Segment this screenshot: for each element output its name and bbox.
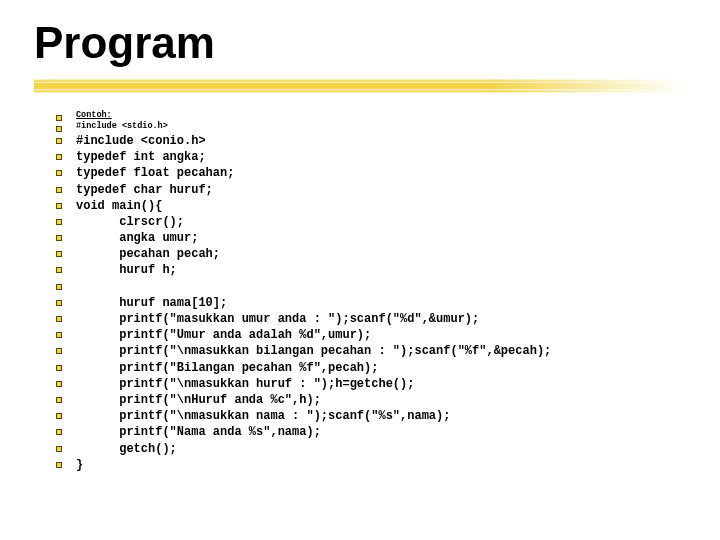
slide: Program Contoh:#include <stdio.h>#includ… <box>0 0 720 540</box>
code-line: printf("Bilangan pecahan %f",pecah); <box>56 360 686 376</box>
code-line: printf("\nmasukkan bilangan pecahan : ")… <box>56 343 686 359</box>
code-line: } <box>56 457 686 473</box>
code-line: getch(); <box>56 441 686 457</box>
code-line: typedef int angka; <box>56 149 686 165</box>
code-line: printf("\nmasukkan nama : ");scanf("%s",… <box>56 408 686 424</box>
code-line: pecahan pecah; <box>56 246 686 262</box>
code-line: Contoh: <box>56 110 686 121</box>
code-line: #include <conio.h> <box>56 133 686 149</box>
code-line: angka umur; <box>56 230 686 246</box>
code-line: typedef float pecahan; <box>56 165 686 181</box>
code-line: huruf h; <box>56 262 686 278</box>
code-line <box>56 279 686 295</box>
code-line: huruf nama[10]; <box>56 295 686 311</box>
code-line: void main(){ <box>56 198 686 214</box>
code-line: printf("\nmasukkan huruf : ");h=getche()… <box>56 376 686 392</box>
title-divider <box>34 74 686 98</box>
code-line: #include <stdio.h> <box>56 121 686 132</box>
code-line: printf("\nHuruf anda %c",h); <box>56 392 686 408</box>
code-line: printf("Umur anda adalah %d",umur); <box>56 327 686 343</box>
code-line: printf("masukkan umur anda : ");scanf("%… <box>56 311 686 327</box>
code-list: Contoh:#include <stdio.h>#include <conio… <box>56 110 686 473</box>
page-title: Program <box>34 18 686 68</box>
code-line: clrscr(); <box>56 214 686 230</box>
code-line: typedef char huruf; <box>56 182 686 198</box>
code-block: Contoh:#include <stdio.h>#include <conio… <box>34 110 686 473</box>
code-line: printf("Nama anda %s",nama); <box>56 424 686 440</box>
